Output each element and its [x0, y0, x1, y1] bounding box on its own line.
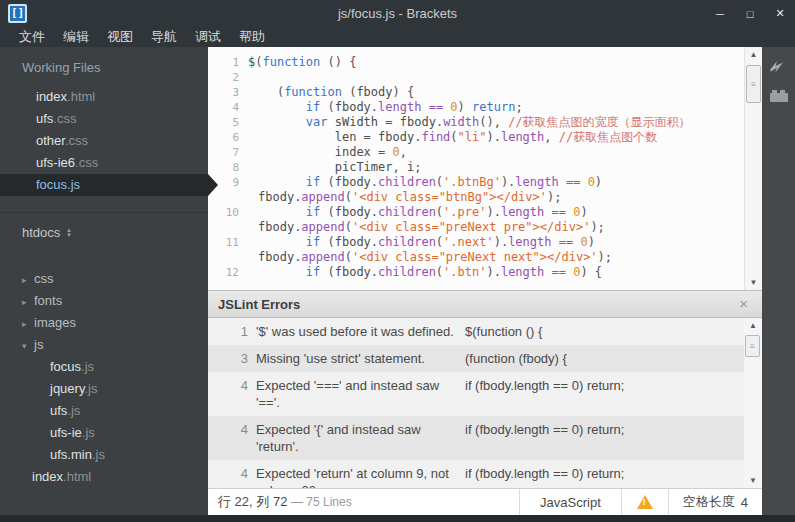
token: . [371, 175, 378, 189]
jslint-panel: JSLint Errors × 1'$' was used before it … [208, 290, 762, 488]
token [248, 145, 335, 159]
error-code-snippet: $(function () { [465, 323, 542, 340]
token: fbody [258, 220, 294, 234]
menu-item-file[interactable]: 文件 [10, 27, 54, 47]
jslint-error-row[interactable]: 4Expected 'return' at column 9, not colu… [208, 460, 744, 488]
token [421, 100, 428, 114]
tree-file-index.html[interactable]: index.html [0, 466, 208, 488]
code-line[interactable]: 4 if (fbody.length == 0) return; [208, 100, 744, 115]
working-file-focus.js[interactable]: focus.js [0, 174, 208, 196]
menubar: 文件编辑视图导航调试帮助 [0, 27, 795, 47]
menu-item-view[interactable]: 视图 [98, 27, 142, 47]
token: = [378, 115, 400, 129]
code-editor[interactable]: 1$(function () {23 (function (fbody) {4 … [208, 47, 744, 290]
scroll-up-icon[interactable]: ▲ [745, 47, 762, 62]
tree-file-ufs.min.js[interactable]: ufs.min.js [0, 444, 208, 466]
project-switcher[interactable]: htdocs ▴▾ [0, 212, 208, 254]
tree-file-jquery.js[interactable]: jquery.js [0, 378, 208, 400]
close-button[interactable]: ✕ [773, 7, 787, 20]
code-text: if (fbody.children('.btnBg').length == 0… [248, 175, 602, 190]
jslint-error-row[interactable]: 3Missing 'use strict' statement.(functio… [208, 345, 744, 372]
tree-file-ufs-ie.js[interactable]: ufs-ie.js [0, 422, 208, 444]
maximize-button[interactable]: □ [743, 8, 757, 20]
code-line[interactable]: 8 picTimer, i; [208, 160, 744, 175]
live-preview-icon[interactable] [769, 59, 789, 75]
code-line[interactable]: 5 var sWidth = fbody.width(), //获取焦点图的宽度… [208, 115, 744, 130]
token: length [501, 265, 544, 279]
file-extension: .js [92, 447, 105, 462]
jslint-error-row[interactable]: 4Expected '===' and instead saw '=='.if … [208, 372, 744, 416]
scroll-down-icon[interactable]: ▼ [745, 275, 762, 290]
code-line[interactable]: fbody.append('<div class="btnBg"></div>'… [208, 190, 744, 205]
code-line[interactable]: 3 (function (fbody) { [208, 85, 744, 100]
code-line[interactable]: 9 if (fbody.children('.btnBg').length ==… [208, 175, 744, 190]
lint-status[interactable]: ! [621, 489, 668, 515]
extension-manager-icon[interactable] [770, 93, 788, 102]
code-line[interactable]: 10 if (fbody.children('.pre').length == … [208, 205, 744, 220]
tree-file-ufs.js[interactable]: ufs.js [0, 400, 208, 422]
working-file-ufs-ie6.css[interactable]: ufs-ie6.css [0, 152, 208, 174]
panel-scrollbar-thumb[interactable]: ≡ [745, 335, 760, 357]
indent-setting[interactable]: 空格长度 4 [668, 489, 762, 515]
code-line[interactable]: 1$(function () { [208, 55, 744, 70]
code-line[interactable]: 2 [208, 70, 744, 85]
menu-item-edit[interactable]: 编辑 [54, 27, 98, 47]
language-indicator[interactable]: JavaScript [519, 489, 621, 515]
menu-item-debug[interactable]: 调试 [186, 27, 230, 47]
token: len [335, 130, 357, 144]
working-file-other.css[interactable]: other.css [0, 130, 208, 152]
line-number [208, 250, 248, 265]
working-file-index.html[interactable]: index.html [0, 86, 208, 108]
token: 0 [588, 175, 595, 189]
editor-scrollbar[interactable]: ▲ ≡ ▼ [744, 47, 762, 290]
file-extension: .html [67, 89, 95, 104]
editor-scrollbar-thumb[interactable]: ≡ [746, 65, 761, 103]
error-line-number: 4 [208, 377, 248, 411]
token: ); [598, 250, 612, 264]
tree-folder-fonts[interactable]: ▸fonts [0, 290, 208, 312]
tree-folder-js[interactable]: ▾js [0, 334, 208, 356]
code-line[interactable]: 6 len = fbody.find("li").length, //获取焦点图… [208, 130, 744, 145]
token [551, 235, 558, 249]
tree-file-focus.js[interactable]: focus.js [0, 356, 208, 378]
tree-folder-css[interactable]: ▸css [0, 268, 208, 290]
scroll-up-icon[interactable]: ▲ [744, 318, 762, 333]
token: . [371, 235, 378, 249]
code-line[interactable]: fbody.append('<div class="preNext pre"><… [208, 220, 744, 235]
token: return [472, 100, 515, 114]
token: ). [494, 235, 508, 249]
minimize-button[interactable]: ─ [713, 8, 727, 20]
panel-scrollbar[interactable]: ▲ ≡ ▼ [744, 318, 762, 488]
panel-close-icon[interactable]: × [739, 291, 748, 317]
token: if [306, 100, 320, 114]
token: picTimer [335, 160, 393, 174]
file-basename: ufs.min [50, 447, 92, 462]
token: ) [458, 100, 472, 114]
token: , [400, 145, 407, 159]
code-line[interactable]: 7 index = 0, [208, 145, 744, 160]
menu-item-help[interactable]: 帮助 [230, 27, 274, 47]
jslint-error-row[interactable]: 4Expected '{' and instead saw 'return'.i… [208, 416, 744, 460]
jslint-error-row[interactable]: 1'$' was used before it was defined.$(fu… [208, 318, 744, 345]
code-line[interactable]: 11 if (fbody.children('.next').length ==… [208, 235, 744, 250]
token: fbody [400, 115, 436, 129]
scroll-down-icon[interactable]: ▼ [744, 473, 762, 488]
file-extension: .css [53, 111, 76, 126]
statusbar: 行 22, 列 72 — 75 Lines JavaScript ! 空格长度 … [208, 488, 762, 515]
indent-value[interactable]: 4 [741, 495, 748, 510]
token [248, 175, 306, 189]
error-code-snippet: if (fbody.length == 0) return; [465, 377, 624, 411]
token: 0 [580, 235, 587, 249]
folder-label: images [34, 315, 76, 330]
token: children [378, 235, 436, 249]
menu-item-navigate[interactable]: 导航 [142, 27, 186, 47]
file-extension: .css [75, 155, 98, 170]
tree-folder-images[interactable]: ▸images [0, 312, 208, 334]
token: . [371, 265, 378, 279]
working-file-ufs.css[interactable]: ufs.css [0, 108, 208, 130]
file-basename: ufs [50, 403, 67, 418]
token: "li" [458, 130, 487, 144]
token: = [371, 145, 393, 159]
code-line[interactable]: 12 if (fbody.children('.btn').length == … [208, 265, 744, 280]
code-line[interactable]: fbody.append('<div class="preNext next">… [208, 250, 744, 265]
